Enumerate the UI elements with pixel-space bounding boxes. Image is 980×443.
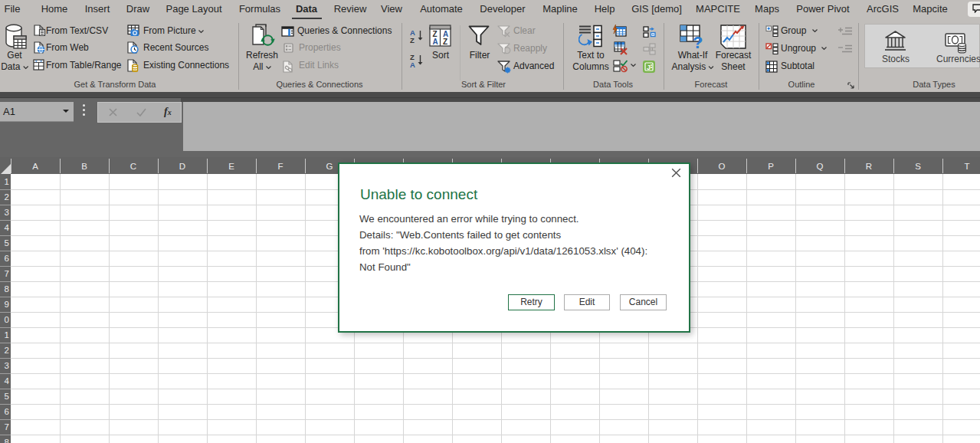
svg-text:Z: Z — [410, 36, 415, 44]
svg-text:A: A — [410, 61, 415, 68]
svg-text:Z: Z — [443, 38, 447, 46]
svg-text:A: A — [433, 38, 438, 46]
svg-text:?: ? — [693, 33, 703, 49]
svg-text:J: J — [647, 64, 651, 71]
